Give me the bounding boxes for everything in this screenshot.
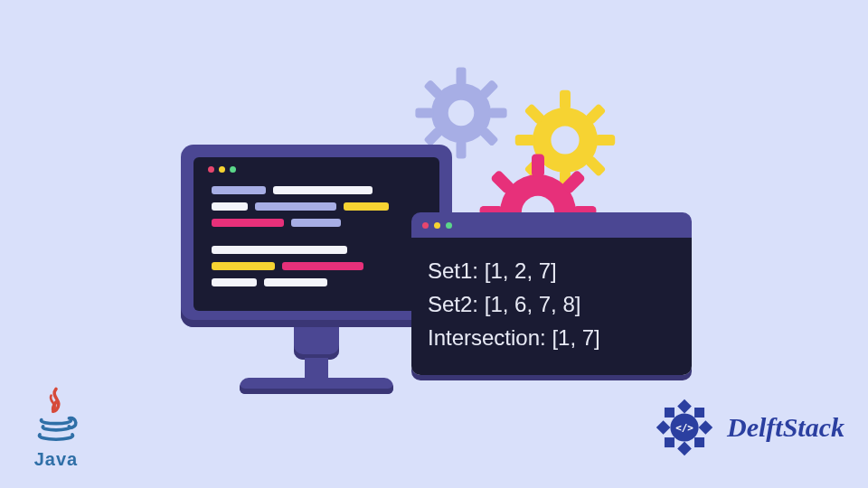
svg-rect-1 — [457, 67, 467, 85]
terminal-line: Set1: [1, 2, 7] — [428, 254, 675, 287]
svg-text:</>: </> — [675, 422, 693, 434]
svg-rect-13 — [515, 135, 535, 145]
svg-rect-14 — [596, 135, 616, 145]
java-label: Java — [20, 449, 92, 470]
svg-rect-3 — [415, 108, 433, 118]
svg-rect-21 — [532, 155, 544, 177]
java-logo: Java — [20, 384, 92, 470]
code-screen — [193, 157, 439, 311]
terminal-titlebar — [411, 212, 692, 238]
java-cup-icon — [29, 384, 83, 449]
terminal-line: Intersection: [1, 7] — [428, 321, 675, 354]
delftstack-logo: </> DelftStack — [649, 392, 844, 463]
svg-rect-2 — [457, 141, 467, 159]
traffic-light-icon — [434, 222, 440, 229]
traffic-light-icon — [446, 222, 452, 229]
delftstack-label: DelftStack — [727, 412, 844, 443]
svg-point-9 — [448, 100, 475, 127]
terminal-line: Set2: [1, 6, 7, 8] — [428, 287, 675, 321]
illustration-scene: Set1: [1, 2, 7] Set2: [1, 6, 7, 8] Inter… — [163, 54, 705, 434]
svg-rect-11 — [560, 90, 571, 110]
svg-rect-4 — [489, 108, 507, 118]
delftstack-icon: </> — [649, 392, 720, 463]
traffic-light-icon — [422, 222, 429, 229]
code-lines — [212, 186, 421, 295]
terminal-body: Set1: [1, 2, 7] Set2: [1, 6, 7, 8] Inter… — [411, 238, 692, 375]
terminal-window: Set1: [1, 2, 7] Set2: [1, 6, 7, 8] Inter… — [411, 212, 692, 375]
